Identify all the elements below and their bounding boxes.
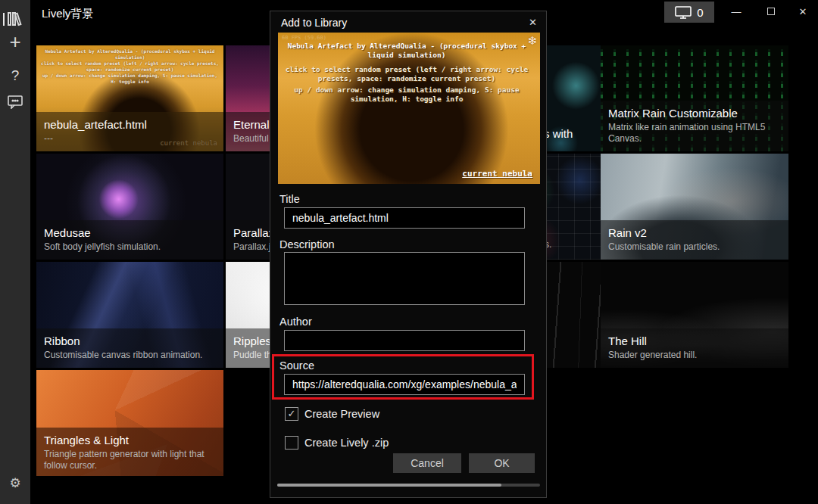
help-icon[interactable]: ? — [0, 68, 30, 82]
dialog-title: Add to Library — [281, 17, 347, 29]
ok-button[interactable]: OK — [469, 453, 535, 473]
dialog-scrollbar-thumb[interactable] — [277, 484, 501, 487]
create-zip-label: Create Lively .zip — [304, 437, 389, 449]
source-input[interactable] — [284, 374, 525, 395]
create-preview-label: Create Preview — [304, 408, 379, 420]
wallpaper-title: The Hill — [608, 334, 781, 348]
wallpaper-description: Shader generated hill. — [608, 350, 781, 361]
dialog-close-icon[interactable]: ✕ — [529, 17, 537, 28]
tile-triangles-light[interactable]: Triangles & Light Triangle pattern gener… — [36, 370, 223, 476]
dialog-scrollbar[interactable] — [277, 484, 540, 487]
close-window-button[interactable]: ✕ — [786, 0, 818, 23]
title-field-label: Title — [279, 193, 300, 205]
tile-ribbon[interactable]: Ribbon Customisable canvas ribbon animat… — [36, 262, 223, 368]
settings-icon[interactable]: ⚙ — [0, 477, 30, 490]
wallpaper-description: --- — [44, 133, 216, 145]
description-field-label: Description — [279, 238, 335, 250]
add-to-library-dialog: Add to Library ✕ 60 FPS (59.60) ❄ Nebula… — [270, 11, 547, 498]
author-input[interactable] — [284, 330, 525, 351]
current-nebula-link[interactable]: current nebula — [462, 169, 532, 179]
active-screens-button[interactable]: 0 — [664, 2, 714, 23]
active-screen-count: 0 — [697, 6, 703, 19]
create-preview-checkbox[interactable]: ✓ Create Preview — [285, 407, 379, 421]
add-wallpaper-icon[interactable]: + — [0, 32, 30, 51]
source-field-label: Source — [279, 359, 314, 372]
tile-nebula-artefact[interactable]: Nebula Artefact by AlteredQualia - (proc… — [36, 45, 223, 151]
wallpaper-description: Customisable rain particles. — [608, 241, 781, 253]
sidebar: + ? ⚙ — [0, 0, 30, 504]
library-icon[interactable] — [0, 11, 30, 30]
monitor-icon — [675, 6, 692, 19]
maximize-button[interactable] — [754, 0, 788, 23]
maximize-icon — [767, 8, 775, 15]
wallpaper-description: Customisable canvas ribbon animation. — [44, 350, 216, 361]
app-title: Lively背景 — [42, 7, 93, 21]
wallpaper-title: nebula_artefact.html — [44, 117, 216, 132]
wallpaper-description: Matrix like rain animation using HTML5 C… — [608, 122, 781, 145]
cancel-button[interactable]: Cancel — [393, 453, 461, 473]
wallpaper-title: Ribbon — [44, 334, 216, 348]
wallpaper-title: Rain v2 — [608, 226, 781, 240]
preview-overlay-line: click to select random preset (left / ri… — [281, 65, 532, 83]
tile-matrix-rain[interactable]: Matrix Rain Customizable Matrix like rai… — [601, 45, 788, 151]
checkbox-checked-icon[interactable]: ✓ — [285, 407, 298, 421]
tile-medusae[interactable]: Medusae Soft body jellyfish simulation. — [36, 154, 223, 260]
preview-overlay-line: Nebula Artefact by AlteredQualia - (proc… — [281, 42, 532, 60]
wallpaper-description: Triangle pattern generator with light th… — [44, 449, 216, 471]
tile-the-hill[interactable]: The Hill Shader generated hill. — [601, 262, 788, 368]
description-input[interactable] — [284, 252, 525, 305]
minimize-button[interactable]: — — [720, 0, 753, 23]
wallpaper-description: Soft body jellyfish simulation. — [44, 241, 216, 253]
title-input[interactable] — [284, 207, 525, 229]
wallpaper-title: Triangles & Light — [44, 433, 216, 447]
wallpaper-title: Medusae — [44, 226, 216, 240]
fps-counter: 60 FPS (59.60) — [282, 35, 326, 41]
author-field-label: Author — [279, 316, 312, 328]
create-zip-checkbox[interactable]: Create Lively .zip — [285, 436, 389, 450]
checkbox-unchecked-icon[interactable] — [285, 436, 298, 450]
feedback-icon[interactable] — [0, 95, 30, 112]
wallpaper-title: Matrix Rain Customizable — [608, 106, 781, 120]
preview-overlay-line: up / down arrow: change simulation dampi… — [281, 86, 532, 104]
tile-rain-v2[interactable]: Rain v2 Customisable rain particles. — [601, 154, 788, 260]
wallpaper-preview: 60 FPS (59.60) ❄ Nebula Artefact by Alte… — [278, 33, 540, 184]
wallpaper-title-fragment: s with — [544, 127, 573, 140]
